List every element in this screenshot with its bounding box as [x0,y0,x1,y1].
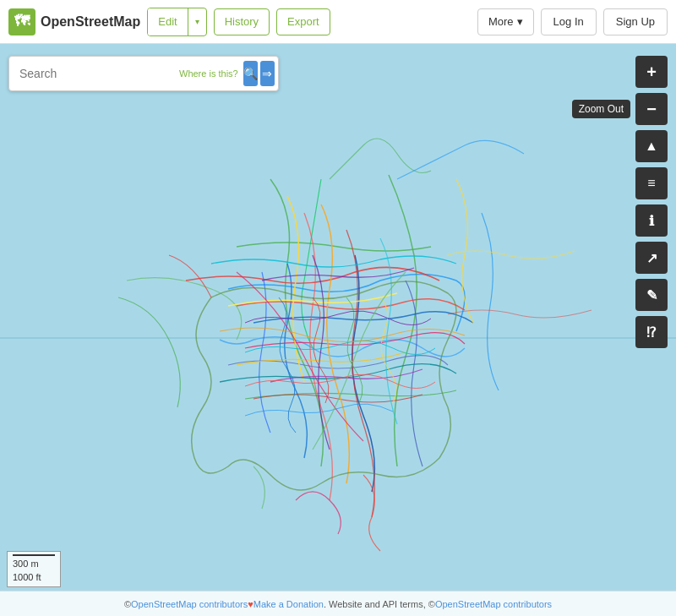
more-arrow: ▾ [517,15,523,28]
more-label: More [488,15,514,28]
query-icon: ⁉ [646,324,657,341]
zoom-in-button[interactable]: + [635,56,668,88]
info-button[interactable]: ℹ [635,204,668,237]
search-icon: 🔍 [243,67,258,80]
compass-icon: ▲ [645,139,658,154]
zoom-out-tooltip: Zoom Out [572,100,630,118]
layers-icon: ≡ [647,176,655,191]
where-is-this-label[interactable]: Where is this? [174,68,243,79]
share-button[interactable]: ↗ [635,242,668,274]
info-icon: ℹ [649,213,654,229]
compass-button[interactable]: ▲ [635,130,668,162]
signup-button[interactable]: Sign Up [603,8,668,35]
footer-terms: . Website and API terms, © [324,599,435,609]
login-button[interactable]: Log In [541,8,597,35]
map-container[interactable]: Where is this? 🔍 ⇒ + − Zoom Out ▲ ≡ ℹ ↗ … [0,44,676,616]
search-box: Where is this? 🔍 ⇒ [8,56,279,91]
svg-rect-0 [0,44,676,616]
logo-text: OpenStreetMap [41,14,140,30]
share-icon: ↗ [646,250,657,266]
note-button[interactable]: ✎ [635,279,668,311]
edit-button[interactable]: Edit [148,8,187,35]
footer-osm-link[interactable]: OpenStreetMap contributors [131,599,248,609]
logo[interactable]: 🗺 OpenStreetMap [8,8,140,35]
scale-bar: 300 m 1000 ft [7,551,61,587]
layers-button[interactable]: ≡ [635,167,668,199]
export-button[interactable]: Export [276,8,330,35]
scale-imperial: 1000 ft [13,571,55,584]
map-svg [0,44,676,616]
history-button[interactable]: History [214,8,270,35]
footer-osm-link2[interactable]: OpenStreetMap contributors [435,599,552,609]
query-button[interactable]: ⁉ [635,316,668,348]
scale-metric: 300 m [13,558,55,570]
edit-button-group: Edit ▾ [147,8,206,36]
search-input[interactable] [13,67,174,80]
search-button[interactable]: 🔍 [243,61,258,86]
scale-line [13,554,55,556]
header: 🗺 OpenStreetMap Edit ▾ History Export Mo… [0,0,676,44]
note-icon: ✎ [646,287,657,303]
footer-donate-link[interactable]: Make a Donation [254,599,324,609]
footer-copyright: © [124,599,131,609]
zoom-out-button[interactable]: − [635,93,668,125]
map-controls: + − Zoom Out ▲ ≡ ℹ ↗ ✎ ⁉ [635,56,668,348]
directions-button[interactable]: ⇒ [260,61,275,86]
directions-icon: ⇒ [262,67,272,80]
edit-dropdown-button[interactable]: ▾ [188,12,206,31]
more-button[interactable]: More ▾ [477,8,534,35]
logo-icon: 🗺 [8,8,35,35]
footer: © OpenStreetMap contributors ♥ Make a Do… [0,591,676,616]
